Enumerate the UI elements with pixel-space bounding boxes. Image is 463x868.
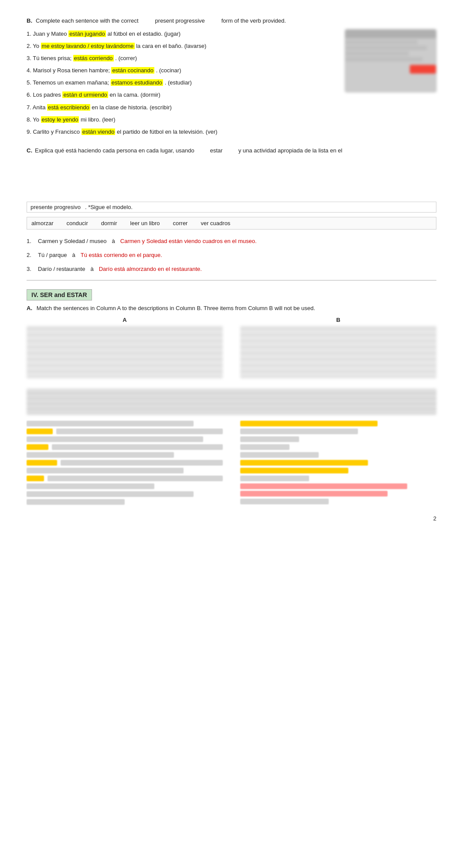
section-b-header: B. Complete each sentence with the corre… [27, 17, 436, 24]
match-item-h1 [27, 429, 223, 434]
section-b-content: 1. Juan y Mateo están jugando al fútbol … [27, 29, 436, 137]
s6-highlight: están d urmiendo [62, 91, 108, 98]
vocab-2: conducir [67, 220, 88, 226]
s1-highlight: están jugando [68, 30, 106, 37]
matching-columns [27, 421, 436, 507]
columns-ab: A B [27, 317, 436, 382]
s3-after: . (correr) [115, 55, 137, 61]
c-ans2-answer: Tú estás corriendo en el parque. [81, 250, 162, 260]
section-c-instruction3: y una actividad apropiada de la lista en… [238, 147, 343, 154]
s7-after: en la clase de historia. (escribir) [92, 104, 172, 111]
section-b-instruction: Complete each sentence with the correct [36, 17, 139, 24]
section-iv: IV. SER and ESTAR A. Match the sentences… [27, 289, 436, 507]
c-ans1-answer: Carmen y Soledad están viendo cuadros en… [120, 236, 257, 246]
blurred-instruction [27, 388, 436, 415]
s9-highlight: están viendo [82, 128, 116, 135]
s2-num: 2. Yo [27, 43, 41, 49]
sentence-9: 9. Carlito y Francisco están viendo el p… [27, 127, 436, 137]
s6-num: 6. Los padres [27, 91, 62, 98]
col-b-header: B [240, 317, 436, 323]
section-c-label: C. [27, 147, 32, 154]
vocab-row: almorzar conducir dormir leer un libro c… [27, 217, 436, 230]
s8-num: 8. Yo [27, 116, 41, 123]
vocab-6: ver cuadros [201, 220, 230, 226]
section-iv-a-instruction: A. Match the sentences in Column A to th… [27, 305, 436, 311]
s8-after: mi libro. (leer) [81, 116, 115, 123]
col-b-content [240, 326, 436, 378]
rb6 [240, 460, 368, 466]
match-item3 [27, 452, 174, 458]
rb4 [240, 444, 289, 450]
c-answers: 1. Carmen y Soledad / museo à Carmen y S… [27, 236, 436, 274]
c-answer-1: 1. Carmen y Soledad / museo à Carmen y S… [27, 236, 436, 246]
s4-after: . (cocinar) [156, 67, 181, 74]
c-ans3-arrow: à [90, 264, 93, 274]
rb9 [240, 483, 407, 489]
match-col-a [27, 421, 223, 507]
s2-after: la cara en el baño. (lavarse) [136, 43, 206, 49]
presente-label: presente progresivo [31, 204, 81, 210]
rb7 [240, 468, 348, 473]
modelo-label: . *Sigue el modelo. [85, 204, 133, 210]
match-item-h2 [27, 444, 223, 450]
rb3 [240, 436, 299, 442]
c-ans3-num: 3. [27, 264, 35, 274]
match-col-b [240, 421, 436, 507]
s2-highlight: me estoy lavando / estoy lavándome [41, 43, 135, 49]
rb5 [240, 452, 319, 458]
c-ans1-before: Carmen y Soledad / museo [38, 236, 107, 246]
s8-highlight: estoy le yendo [41, 116, 79, 123]
vocab-3: dormir [101, 220, 117, 226]
s9-num: 9. Carlito y Francisco [27, 128, 82, 135]
col-a-header: A [27, 317, 223, 323]
presente-row: presente progresivo . *Sigue el modelo. [27, 202, 436, 213]
vocab-1: almorzar [31, 220, 54, 226]
match-a-item1 [27, 421, 223, 426]
c-ans3-answer: Darío está almorzando en el restaurante. [99, 264, 202, 274]
match-item6 [27, 491, 194, 497]
s6-after: en la cama. (dormir) [109, 91, 160, 98]
c-ans2-before: Tú / parque [38, 250, 67, 260]
c-ans1-arrow: à [112, 236, 115, 246]
sentence-8: 8. Yo estoy le yendo mi libro. (leer) [27, 115, 436, 125]
s3-highlight: estás corriendo [73, 55, 114, 61]
c-ans3-before: Darío / restaurante [38, 264, 85, 274]
section-b-label: B. [27, 17, 32, 24]
rb8 [240, 476, 309, 481]
vocab-5: correr [173, 220, 188, 226]
section-b-instruction3: form of the verb provided. [221, 17, 286, 24]
match-item-h3 [27, 460, 223, 466]
rb2 [240, 429, 358, 434]
c-answer-3: 3. Darío / restaurante à Darío está almo… [27, 264, 436, 274]
page-number: 2 [433, 515, 436, 522]
c-answer-2: 2. Tú / parque à Tú estás corriendo en e… [27, 250, 436, 260]
section-b: B. Complete each sentence with the corre… [27, 17, 436, 137]
match-item5 [27, 483, 154, 489]
c-ans1-num: 1. [27, 236, 35, 246]
match-item-h4 [27, 476, 223, 481]
column-a: A [27, 317, 223, 382]
s9-after: el partido de fútbol en la televisión. (… [117, 128, 218, 135]
section-c-instruction: Explica qué está haciendo cada persona e… [35, 147, 194, 154]
section-c: C. Explica qué está haciendo cada person… [27, 147, 436, 274]
c-ans2-arrow: à [72, 250, 75, 260]
s7-num: 7. Anita [27, 104, 47, 111]
sub-a-text: Match the sentences in Column A to the d… [37, 305, 315, 311]
s4-highlight: están cocinando [111, 67, 154, 74]
c-ans2-num: 2. [27, 250, 35, 260]
column-b: B [240, 317, 436, 382]
rb1 [240, 421, 378, 426]
section-divider [27, 280, 436, 280]
sub-a-label: A. [27, 305, 32, 311]
s7-highlight: está escribiendo [47, 104, 90, 111]
s4-num: 4. Marisol y Rosa tienen hambre; [27, 67, 111, 74]
rb10 [240, 491, 388, 496]
col-a-content [27, 326, 223, 378]
page: B. Complete each sentence with the corre… [27, 17, 436, 507]
s3-num: 3. Tú tienes prisa; [27, 55, 73, 61]
s5-after: . (estudiar) [165, 79, 192, 86]
section-c-instruction2: estar [210, 147, 223, 154]
sentence-7: 7. Anita está escribiendo en la clase de… [27, 103, 436, 112]
section-iv-header: IV. SER and ESTAR [27, 289, 92, 301]
s5-num: 5. Tenemos un examen mañana; [27, 79, 111, 86]
